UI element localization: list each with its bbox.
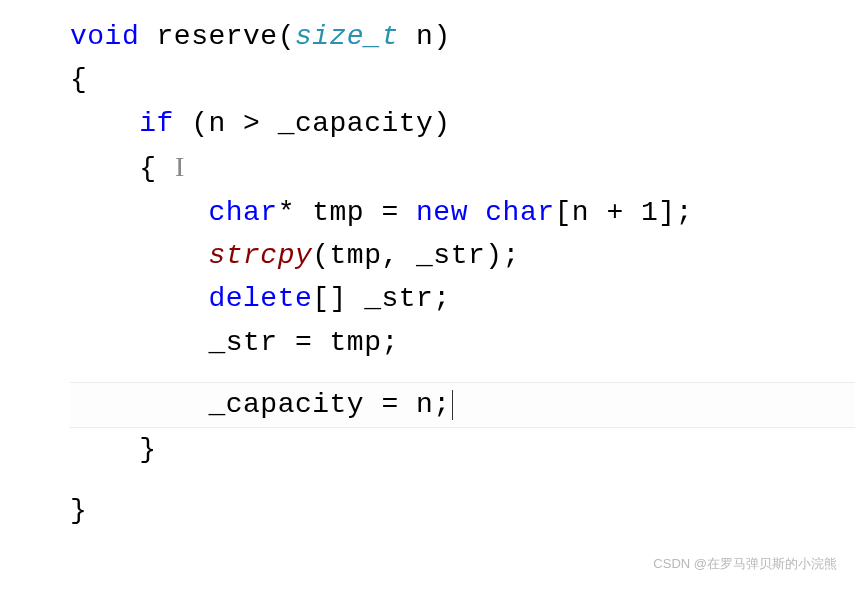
code-token: * tmp = (278, 197, 416, 228)
code-line (70, 364, 855, 382)
code-line: _str = tmp; (70, 321, 855, 364)
code-line: _capacity = n; (70, 382, 855, 427)
code-token: [] _str; (312, 283, 450, 314)
ibeam-cursor-icon: I (174, 145, 186, 188)
code-token: char (208, 197, 277, 228)
code-token: { (70, 64, 87, 95)
code-line (70, 471, 855, 489)
code-token: } (70, 495, 87, 526)
code-line: char* tmp = new char[n + 1]; (70, 191, 855, 234)
code-token: char (485, 197, 554, 228)
code-token: size_t (295, 21, 399, 52)
code-line: { (70, 58, 855, 101)
code-token: _capacity = n; (208, 389, 450, 420)
code-token: strcpy (208, 240, 312, 271)
code-token: n) (399, 21, 451, 52)
code-token: new (416, 197, 468, 228)
code-block: void reserve(size_t n){ if (n > _capacit… (70, 15, 855, 532)
code-token: [n + 1]; (555, 197, 693, 228)
code-line: } (70, 489, 855, 532)
code-token: { (139, 153, 174, 184)
code-token (468, 197, 485, 228)
code-token: } (139, 434, 156, 465)
code-line: { I (70, 145, 855, 190)
text-caret-icon (452, 390, 453, 420)
code-line: } (70, 428, 855, 471)
code-token: (n > _capacity) (174, 108, 451, 139)
code-token: void (70, 21, 139, 52)
code-token: _str = tmp; (208, 327, 398, 358)
code-line: void reserve(size_t n) (70, 15, 855, 58)
code-line: strcpy(tmp, _str); (70, 234, 855, 277)
code-line: if (n > _capacity) (70, 102, 855, 145)
code-line: delete[] _str; (70, 277, 855, 320)
code-token: if (139, 108, 174, 139)
watermark-text: CSDN @在罗马弹贝斯的小浣熊 (653, 555, 837, 573)
code-token: delete (208, 283, 312, 314)
code-token: reserve( (139, 21, 295, 52)
code-token: (tmp, _str); (312, 240, 520, 271)
